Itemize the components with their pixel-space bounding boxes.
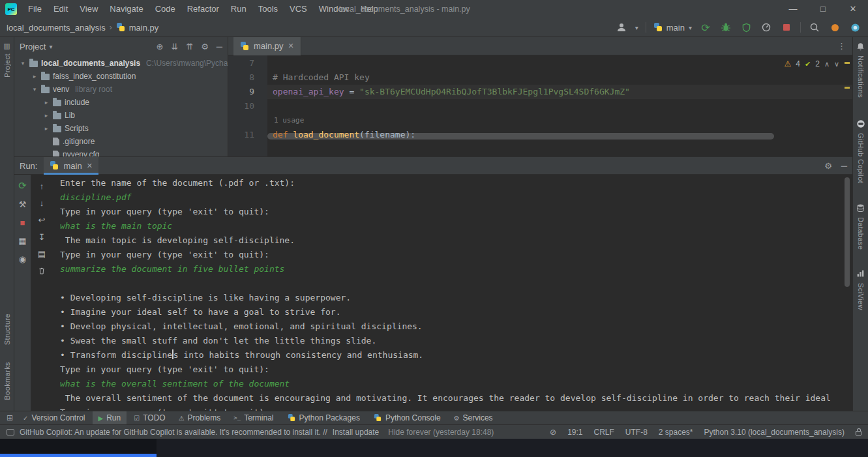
editor-tab-main-py[interactable]: main.py ✕ — [233, 37, 301, 55]
lock-icon[interactable] — [856, 431, 861, 435]
minimize-button[interactable]: — — [778, 0, 808, 18]
clear-console-icon[interactable] — [37, 265, 47, 276]
toolwindow-button-python-packages[interactable]: Python Packages — [281, 411, 366, 425]
toolwindow-button-bookmarks[interactable]: Bookmarks — [3, 362, 11, 400]
user-account-dropdown-icon[interactable]: ▾ — [635, 24, 638, 31]
close-tab-icon[interactable]: ✕ — [288, 42, 294, 50]
toolwindow-button-problems[interactable]: ⚠ Problems — [173, 411, 227, 425]
rerun-button-icon[interactable]: ⟳ — [699, 21, 712, 34]
restore-layout-icon[interactable]: ▦ — [18, 235, 28, 246]
coverage-button-icon[interactable] — [740, 21, 753, 34]
code-editor[interactable]: 7 8 9 10 11 # Hardcoded API key openai_a… — [228, 55, 852, 156]
hide-run-panel-icon[interactable]: ─ — [841, 161, 847, 171]
toolwindow-button-copilot[interactable]: GitHub Copilot — [857, 133, 865, 183]
toolwindow-button-database[interactable]: Database — [857, 217, 865, 250]
menu-code[interactable]: Code — [149, 0, 181, 18]
rerun-icon[interactable]: ⟳ — [18, 181, 28, 191]
collapse-all-icon[interactable]: ⇈ — [186, 42, 193, 52]
chevron-right-icon[interactable]: ▸ — [31, 73, 38, 80]
error-stripe-mark[interactable] — [845, 87, 850, 89]
scroll-to-end-icon[interactable]: ↧ — [37, 231, 47, 242]
tree-item-gitignore[interactable]: .gitignore — [14, 135, 228, 148]
update-indicator-icon[interactable] — [828, 21, 841, 34]
editor-gutter[interactable]: 7 8 9 10 11 — [228, 55, 267, 156]
menu-navigate[interactable]: Navigate — [104, 0, 149, 18]
chevron-right-icon[interactable]: ▸ — [43, 125, 50, 132]
chevron-down-icon[interactable]: ▾ — [31, 86, 38, 93]
chevron-right-icon[interactable]: ▸ — [43, 99, 50, 106]
stop-icon[interactable]: ■ — [18, 217, 28, 228]
tab-options-icon[interactable]: ⋮ — [831, 41, 852, 51]
chevron-right-icon[interactable]: ▸ — [43, 112, 50, 119]
toolwindow-button-python-console[interactable]: Python Console — [367, 411, 447, 425]
install-update-link[interactable]: Install update — [333, 428, 379, 437]
close-button[interactable]: ✕ — [838, 0, 868, 18]
toolwindow-button-services[interactable]: ⚙ Services — [448, 411, 499, 425]
toolwindow-button-structure[interactable]: Structure — [3, 314, 11, 345]
run-settings-gear-icon[interactable]: ⚙ — [824, 161, 832, 171]
run-configuration-select[interactable]: main ▾ — [653, 23, 692, 33]
search-everywhere-icon[interactable] — [808, 21, 821, 34]
github-copilot-icon[interactable] — [856, 119, 866, 129]
tree-item-include[interactable]: ▸ include — [14, 96, 228, 109]
settings-wrench-icon[interactable]: ⚒ — [18, 199, 28, 209]
tree-item-lib[interactable]: ▸ Lib — [14, 109, 228, 122]
console-scrollbar[interactable] — [845, 177, 850, 287]
toolwindow-button-run[interactable]: ▶ Run — [93, 411, 127, 425]
stop-button-icon[interactable] — [780, 21, 793, 34]
tool-window-switcher-icon[interactable]: ⊞ — [4, 413, 16, 422]
menu-tools[interactable]: Tools — [252, 0, 284, 18]
toolwindow-button-sciview[interactable]: SciView — [857, 283, 865, 310]
toolwindow-button-project[interactable]: Project — [3, 53, 11, 78]
hide-panel-icon[interactable]: ─ — [217, 42, 222, 52]
menu-file[interactable]: File — [22, 0, 48, 18]
offline-status-icon[interactable]: ⊘ — [550, 428, 556, 437]
run-console-output[interactable]: Enter the name of the document (.pdf or … — [52, 175, 852, 411]
down-stacktrace-icon[interactable]: ↓ — [37, 198, 47, 208]
previous-problem-icon[interactable]: ∧ — [824, 60, 830, 68]
indent-widget[interactable]: 2 spaces* — [659, 428, 693, 437]
project-view-selector[interactable]: Project — [20, 42, 46, 52]
toolwindow-button-version-control[interactable]: ✓ Version Control — [17, 411, 91, 425]
tree-item-faiss-index-constitution[interactable]: ▸ faiss_index_constitution — [14, 70, 228, 83]
menu-vcs[interactable]: VCS — [284, 0, 313, 18]
pin-icon[interactable]: ◉ — [18, 254, 28, 264]
expand-all-icon[interactable]: ⇊ — [171, 42, 178, 52]
maximize-button[interactable]: □ — [808, 0, 838, 18]
notifications-bell-icon[interactable] — [856, 41, 866, 52]
menu-edit[interactable]: Edit — [48, 0, 74, 18]
up-stacktrace-icon[interactable]: ↑ — [37, 181, 47, 191]
toolwindow-button-notifications[interactable]: Notifications — [857, 55, 865, 98]
run-tab-main[interactable]: main ✕ — [44, 157, 98, 175]
tree-item-root[interactable]: ▾ local_documents_analysis C:\Users\mwan… — [14, 57, 228, 70]
tree-item-venv[interactable]: ▾ venv library root — [14, 83, 228, 96]
tree-item-scripts[interactable]: ▸ Scripts — [14, 122, 228, 135]
toolwindow-button-terminal[interactable]: >_ Terminal — [228, 411, 279, 425]
menu-refactor[interactable]: Refactor — [181, 0, 225, 18]
debug-button-icon[interactable] — [719, 21, 732, 34]
inspections-widget[interactable]: ⚠ 4 ✔ 2 ∧ ∨ — [785, 59, 839, 68]
database-icon[interactable] — [856, 203, 866, 213]
interpreter-widget[interactable]: Python 3.10 (local_documents_analysis) — [704, 428, 845, 437]
profiler-button-icon[interactable] — [760, 21, 773, 34]
line-separator-widget[interactable]: CRLF — [593, 428, 614, 437]
hide-forever-link[interactable]: Hide forever (yesterday 18:48) — [388, 428, 494, 437]
breadcrumb-project[interactable]: local_documents_analysis — [7, 23, 106, 33]
project-view-dropdown-icon[interactable]: ▾ — [49, 43, 52, 50]
select-opened-file-icon[interactable]: ⊕ — [156, 42, 163, 52]
copilot-status-icon[interactable] — [848, 21, 861, 34]
sciview-icon[interactable] — [856, 269, 866, 279]
encoding-widget[interactable]: UTF-8 — [625, 428, 648, 437]
chevron-down-icon[interactable]: ▾ — [20, 60, 26, 66]
print-icon[interactable]: ▤ — [37, 248, 47, 259]
tree-item-pyvenv-cfg[interactable]: pyvenv.cfg — [14, 148, 228, 156]
menu-run[interactable]: Run — [225, 0, 252, 18]
next-problem-icon[interactable]: ∨ — [834, 60, 839, 68]
code-lines[interactable]: # Hardcoded API key openai_api_key = "sk… — [267, 55, 852, 156]
caret-position-widget[interactable]: 19:1 — [567, 428, 582, 437]
usage-inlay-hint[interactable]: 1 usage — [267, 113, 852, 128]
user-account-icon[interactable] — [615, 21, 628, 34]
menu-view[interactable]: View — [74, 0, 104, 18]
settings-gear-icon[interactable]: ⚙ — [201, 42, 209, 52]
close-run-tab-icon[interactable]: ✕ — [87, 162, 93, 170]
